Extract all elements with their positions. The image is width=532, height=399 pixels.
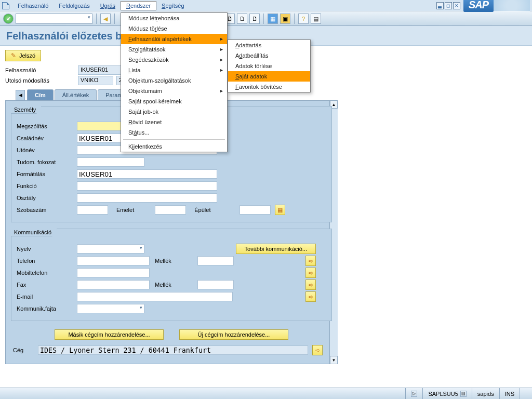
floor-input[interactable] <box>155 205 186 215</box>
status-resize-icon[interactable] <box>520 388 528 399</box>
status-nav[interactable]: ▷ <box>405 388 422 399</box>
mobile-next-button[interactable]: ➪ <box>305 268 316 278</box>
commtype-label: Kommunik.fajta <box>17 305 77 312</box>
tab-cim[interactable]: Cím <box>27 89 54 100</box>
menu-feldolgozas[interactable]: Feldolgozás <box>54 2 95 10</box>
close-icon[interactable]: ✕ <box>453 2 460 9</box>
group-person-title: Személy <box>11 106 42 114</box>
building-label: Épület <box>194 207 210 213</box>
phone-ext-input[interactable] <box>197 256 234 265</box>
group-comm-title: Kommunikáció <box>11 229 57 236</box>
phone-ext-label: Mellék <box>155 258 171 264</box>
user-value: IKUSER01 <box>78 65 124 75</box>
submenu-delete-data[interactable]: Adatok törlése <box>228 61 310 71</box>
menu-segitseg[interactable]: Segítség <box>156 2 189 10</box>
department-label: Osztály <box>17 195 77 201</box>
lang-label: Nyelv <box>17 246 77 252</box>
room-label: Szobaszám <box>17 207 77 213</box>
submenu-own-data[interactable]: Saját adatok <box>228 71 310 82</box>
menu-list[interactable]: Lista <box>121 65 227 75</box>
format-label: Formátálás <box>17 171 77 177</box>
tb-layout-icon[interactable]: ▣ <box>280 14 290 24</box>
tb-settings-icon[interactable]: ▤ <box>311 14 321 24</box>
submenu-expand-favorites[interactable]: Favoritok bővítése <box>228 82 310 92</box>
menu-ugras[interactable]: Ugrás <box>95 2 121 10</box>
assign-new-button[interactable]: Új cégcím hozzárendelése... <box>179 329 288 340</box>
submenu-hold-data[interactable]: Adattartás <box>228 40 310 50</box>
tab-allertekek[interactable]: Áll.értékek <box>55 89 97 100</box>
status-mode: INS <box>499 388 520 399</box>
phone-next-button[interactable]: ➪ <box>305 256 316 266</box>
assign-other-button[interactable]: Másik cégcím hozzárendelése... <box>55 329 164 340</box>
fax-next-button[interactable]: ➪ <box>305 280 316 290</box>
department-input[interactable] <box>77 193 217 203</box>
user-defaults-submenu: Adattartás Adatbeállítás Adatok törlése … <box>228 39 311 92</box>
tab-scroll-left[interactable]: ◀ <box>16 90 25 100</box>
email-next-button[interactable]: ➪ <box>305 291 316 302</box>
enter-icon[interactable]: ✔ <box>3 14 14 24</box>
firstname-label: Utónév <box>17 147 77 153</box>
menu-status[interactable]: Státus... <box>121 127 227 138</box>
building-input[interactable] <box>240 205 271 215</box>
room-input[interactable] <box>77 205 108 215</box>
menu-felhasznalo[interactable]: Felhasználó <box>12 2 54 10</box>
system-menu-dropdown: Módusz létrehozása Módusz törlése Felhas… <box>121 12 228 152</box>
maximize-icon[interactable]: ◻ <box>445 2 452 9</box>
company-label: Cég <box>13 347 34 353</box>
menu-rendszer[interactable]: Rendszer <box>121 1 156 10</box>
menu-services[interactable]: Szolgáltatások <box>121 44 227 55</box>
lang-input[interactable] <box>77 244 144 254</box>
decor-ripple <box>494 0 530 11</box>
degree-label: Tudom. fokozat <box>17 159 77 165</box>
scroll-down-icon[interactable]: ▼ <box>330 356 338 364</box>
user-label: Felhasználó <box>5 67 78 73</box>
mobile-input[interactable] <box>77 268 150 277</box>
lastname-label: Családnév <box>17 135 77 141</box>
menu-create-session[interactable]: Módusz létrehozása <box>121 13 227 23</box>
fax-ext-input[interactable] <box>197 280 234 289</box>
tb-icon-2[interactable]: 🗋 <box>237 14 247 24</box>
minimize-icon[interactable]: ▃ <box>436 2 444 9</box>
main-toolbar: ✔ ◀ 🗋 🗋 🗋 ▦ ▣ ? ▤ <box>0 11 532 26</box>
tb-overview-icon[interactable]: ▦ <box>268 14 278 24</box>
more-comm-button[interactable]: További kommunikáció... <box>236 244 316 254</box>
save-icon[interactable]: ◀ <box>100 14 111 24</box>
fax-ext-label: Mellék <box>155 282 171 288</box>
menu-object-services[interactable]: Objektum-szolgáltatások <box>121 75 227 86</box>
email-label: E-mail <box>17 294 77 300</box>
mobile-label: Mobiltelefon <box>17 270 77 276</box>
menu-utilities[interactable]: Segédeszközök <box>121 55 227 65</box>
company-next-button[interactable]: ➪ <box>312 345 323 355</box>
window-controls: ▃ ◻ ✕ <box>436 2 460 9</box>
tb-icon-3[interactable]: 🗋 <box>249 14 260 24</box>
program-icon[interactable]: ▤ <box>460 391 467 397</box>
company-value <box>38 345 308 355</box>
menu-user-defaults[interactable]: Felhasználói alapértékek <box>121 34 227 44</box>
function-input[interactable] <box>77 181 217 191</box>
menu-own-jobs[interactable]: Saját job-ok <box>121 107 227 117</box>
command-field[interactable] <box>16 14 92 24</box>
lastmod-label: Utolsó módosítás <box>5 77 78 84</box>
menu-delete-session[interactable]: Módusz törlése <box>121 23 227 34</box>
menu-logoff[interactable]: Kijelentkezés <box>121 141 227 152</box>
phone-input[interactable] <box>77 256 150 265</box>
menu-short-message[interactable]: Rövid üzenet <box>121 117 227 127</box>
help-icon[interactable]: ? <box>298 14 309 24</box>
password-button[interactable]: ✎ Jelszó <box>5 50 41 61</box>
email-input[interactable] <box>77 292 233 301</box>
submenu-set-data[interactable]: Adatbeállítás <box>228 50 310 61</box>
menu-own-spool[interactable]: Saját spool-kérelmek <box>121 96 227 107</box>
fax-input[interactable] <box>77 280 150 289</box>
building-detail-button[interactable]: ▦ <box>275 205 285 215</box>
fax-label: Fax <box>17 282 77 288</box>
format-input[interactable] <box>77 169 217 179</box>
status-system: sapids <box>472 388 499 399</box>
window-menu-icon[interactable] <box>2 2 9 9</box>
triangle-icon: ▷ <box>411 391 417 397</box>
menu-my-objects[interactable]: Objektumaim <box>121 86 227 96</box>
status-program: SAPLSUU5▤ <box>422 388 471 399</box>
floor-label: Emelet <box>116 207 134 213</box>
degree-input[interactable] <box>77 157 144 167</box>
commtype-input[interactable] <box>77 304 144 313</box>
statusbar: ▷ SAPLSUU5▤ sapids INS <box>0 388 532 399</box>
